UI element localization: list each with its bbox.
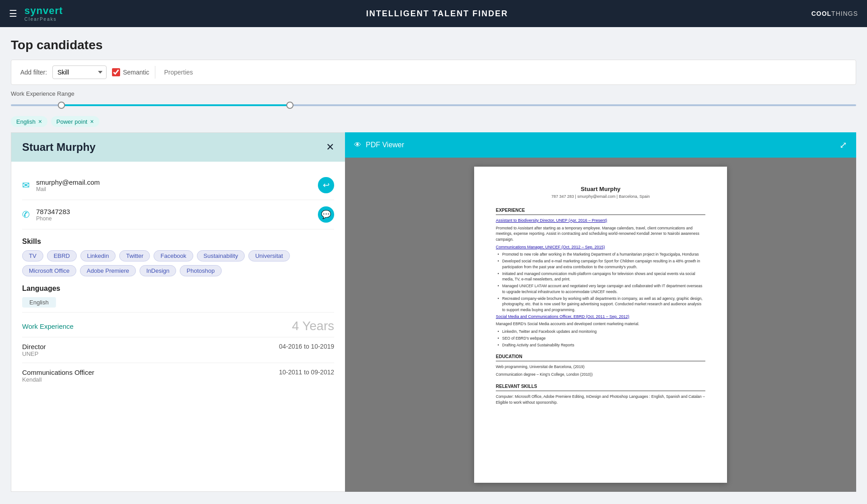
mail-icon: ✉	[22, 180, 30, 191]
resume-header: Stuart Murphy 787 347 283 | smurphy@emai…	[496, 185, 705, 200]
resume-job-2-bullet-3: Initiated and managed communication mult…	[496, 271, 705, 283]
job-1-org: UNEP	[22, 350, 46, 357]
semantic-label: Semantic	[123, 69, 149, 76]
range-label: Work Experience Range	[11, 90, 856, 97]
pdf-expand-button[interactable]: ⤢	[839, 140, 847, 150]
divider	[155, 66, 155, 79]
lang-english: English	[22, 297, 56, 308]
chat-button[interactable]: 💬	[318, 206, 334, 223]
phone-info: 787347283 Phone	[36, 208, 70, 222]
candidate-name: Stuart Murphy	[22, 141, 96, 154]
skill-twitter: Twitter	[119, 250, 150, 261]
filter-label: Add filter:	[20, 69, 47, 76]
resume-job-1-body: Promoted to Assistant after starting as …	[496, 225, 705, 243]
resume-job-1-title: Assistant to Biodiversity Director, UNEP…	[496, 218, 705, 224]
brand-name: COOLTHINGS	[811, 10, 858, 17]
phone-left: ✆ 787347283 Phone	[22, 208, 70, 222]
range-section: Work Experience Range	[11, 85, 856, 113]
range-slider[interactable]	[11, 101, 856, 110]
resume-experience: EXPERIENCE Assistant to Biodiversity Dir…	[496, 207, 705, 348]
resume-job-3-body: Managed EBRD's Social Media accounts and…	[496, 321, 705, 327]
two-col-layout: Stuart Murphy ✕ ✉ smurphy@email.com Mail…	[11, 132, 856, 492]
pdf-title: 👁 PDF Viewer	[354, 141, 404, 149]
skill-indesign: InDesign	[140, 265, 176, 276]
range-thumb-left[interactable]	[58, 102, 65, 109]
resume-relevant-skills-body: Computer: Microsoft Office, Adobe Premie…	[496, 394, 705, 406]
candidate-panel: Stuart Murphy ✕ ✉ smurphy@email.com Mail…	[11, 132, 345, 492]
resume-job-2-title: Communications Manager, UNICEF (Oct. 201…	[496, 244, 705, 251]
phone-icon: ✆	[22, 209, 30, 220]
resume-job-2-bullet-5: Recreated company-wide brochure by worki…	[496, 296, 705, 313]
email-value: smurphy@email.com	[36, 178, 100, 186]
job-1-info: Director UNEP	[22, 343, 46, 357]
brand-part1: COOL	[811, 10, 831, 17]
skill-tv: TV	[22, 250, 43, 261]
semantic-checkbox[interactable]	[112, 68, 120, 76]
close-button[interactable]: ✕	[326, 141, 334, 153]
filter-skill-select[interactable]: Skill	[52, 65, 107, 79]
filter-bar: Add filter: Skill Semantic	[11, 60, 856, 85]
app-header: ☰ synvert ClearPeaks INTELLIGENT TALENT …	[0, 0, 867, 27]
resume-education: EDUCATION Web programming, Universitat d…	[496, 353, 705, 378]
email-left: ✉ smurphy@email.com Mail	[22, 178, 100, 192]
candidate-header: Stuart Murphy ✕	[11, 133, 345, 162]
email-info: smurphy@email.com Mail	[36, 178, 100, 192]
reply-button[interactable]: ↩	[318, 177, 334, 193]
tag-powerpoint-remove[interactable]: ×	[90, 118, 93, 125]
phone-row: ✆ 787347283 Phone 💬	[22, 200, 334, 229]
resume-job-2-bullet-1: Promoted to new role after working in th…	[496, 252, 705, 257]
resume-relevant-skills-title: RELEVANT SKILLS	[496, 383, 705, 391]
resume-edu-1: Web programming, Universitat de Barcelon…	[496, 364, 705, 370]
resume-job-3-bullet-2: SEO of EBRD's webpage	[496, 336, 705, 341]
job-2-dates: 10-2011 to 09-2012	[279, 369, 334, 376]
job-row-2: Communications Officer Kendall 10-2011 t…	[22, 363, 334, 388]
skill-facebook: Facebook	[154, 250, 193, 261]
skill-ebrd: EBRD	[47, 250, 77, 261]
resume-experience-title: EXPERIENCE	[496, 207, 705, 215]
tag-english-remove[interactable]: ×	[38, 118, 42, 125]
skills-tags: TV EBRD Linkedin Twitter Facebook Sustai…	[22, 250, 334, 276]
resume-education-title: EDUCATION	[496, 353, 705, 361]
skills-section-title: Skills	[22, 238, 334, 246]
logo-sub: ClearPeaks	[24, 17, 63, 22]
hamburger-icon[interactable]: ☰	[9, 8, 17, 19]
resume-contact: 787 347 283 | smurphy@email.com | Barcel…	[496, 194, 705, 200]
page-title: Top candidates	[11, 38, 856, 52]
job-row-1: Director UNEP 04-2016 to 10-2019	[22, 337, 334, 363]
brand-part2: THINGS	[831, 10, 858, 17]
pdf-body: Stuart Murphy 787 347 283 | smurphy@emai…	[345, 158, 856, 492]
properties-input[interactable]	[161, 67, 847, 78]
resume-job-2-bullet-2: Developed social media and e-mail market…	[496, 258, 705, 270]
resume-job-3-bullet-3: Drafting Activity and Sustainability Rep…	[496, 342, 705, 348]
job-2-info: Communications Officer Kendall	[22, 369, 94, 383]
skill-linkedin: Linkedin	[80, 250, 116, 261]
range-thumb-right[interactable]	[286, 102, 294, 109]
phone-value: 787347283	[36, 208, 70, 215]
tag-english-label: English	[16, 118, 36, 125]
logo-main: synvert	[24, 5, 63, 16]
logo: synvert ClearPeaks	[24, 5, 63, 21]
pdf-header: 👁 PDF Viewer ⤢	[345, 132, 856, 158]
resume-job-3-title: Social Media and Communications Officer,…	[496, 314, 705, 320]
resume-edu-2: Communication degree – King's College, L…	[496, 372, 705, 378]
main-content: Top candidates Add filter: Skill Semanti…	[0, 27, 867, 492]
resume-job-2-bullet-4: Managed UNICEF LATAM account and negotia…	[496, 283, 705, 295]
pdf-viewer-panel: 👁 PDF Viewer ⤢ Stuart Murphy 787 347 283…	[345, 132, 856, 492]
resume-name: Stuart Murphy	[496, 185, 705, 194]
tag-english[interactable]: English ×	[11, 116, 47, 127]
resume-job-3-bullet-1: LinkedIn, Twitter and Facebook updates a…	[496, 329, 705, 335]
job-1-dates: 04-2016 to 10-2019	[279, 343, 334, 350]
skill-photoshop: Photoshop	[180, 265, 221, 276]
work-exp-header: Work Experience 4 Years	[22, 312, 334, 337]
job-2-org: Kendall	[22, 376, 94, 383]
email-label: Mail	[36, 186, 100, 192]
semantic-filter: Semantic	[112, 68, 149, 76]
job-1-title: Director	[22, 343, 46, 350]
tag-powerpoint[interactable]: Power point ×	[51, 116, 99, 127]
resume-page: Stuart Murphy 787 347 283 | smurphy@emai…	[474, 167, 727, 483]
pdf-title-text: PDF Viewer	[366, 141, 404, 149]
job-2-title: Communications Officer	[22, 369, 94, 376]
email-row: ✉ smurphy@email.com Mail ↩	[22, 171, 334, 200]
phone-label: Phone	[36, 215, 70, 222]
languages-section-title: Languages	[22, 285, 334, 293]
